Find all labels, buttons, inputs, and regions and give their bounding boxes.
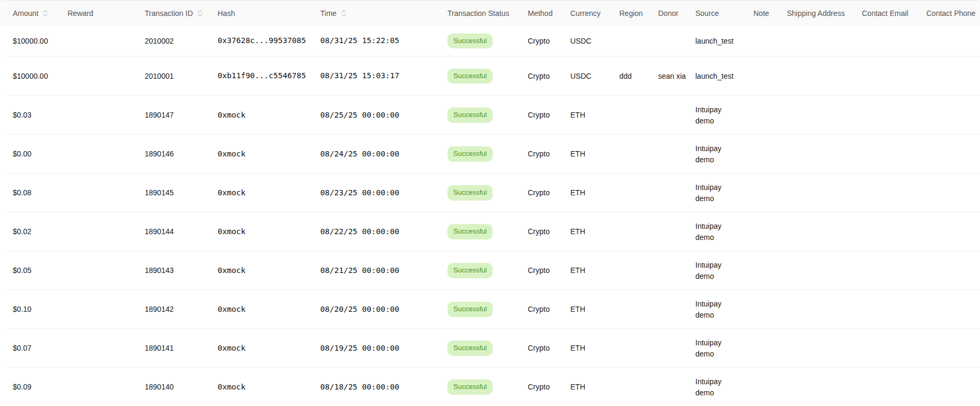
status-badge: Successful — [447, 146, 493, 162]
cell-transaction-id: 1890146 — [145, 148, 218, 159]
column-header-donor: Donor — [658, 1, 695, 26]
cell-transaction-id: 2010001 — [145, 71, 218, 81]
column-header-label: Contact Phone — [926, 9, 976, 18]
sort-icon — [43, 9, 48, 18]
table-row: $0.0918901400xmock08/18/25 00:00:00Succe… — [0, 368, 980, 406]
status-badge: Successful — [447, 224, 493, 239]
cell-currency: ETH — [570, 265, 619, 276]
status-badge: Successful — [447, 379, 493, 395]
cell-transaction-status: Successful — [447, 379, 528, 395]
cell-amount: $0.09 — [0, 382, 68, 392]
table-row: $0.1018901420xmock08/20/25 00:00:00Succe… — [0, 290, 980, 329]
cell-source: Intuipay demo — [695, 376, 753, 398]
cell-amount: $0.02 — [0, 226, 68, 237]
column-header-label: Amount — [13, 9, 38, 18]
cell-source: Intuipay demo — [695, 337, 753, 359]
column-header-reward: Reward — [68, 1, 145, 26]
cell-source: Intuipay demo — [695, 299, 753, 320]
cell-hash: 0xmock — [218, 265, 320, 276]
column-header-label: Source — [695, 9, 719, 18]
cell-method: Crypto — [528, 226, 570, 237]
cell-source: Intuipay demo — [695, 182, 753, 204]
cell-amount: $10000.00 — [0, 36, 68, 46]
cell-method: Crypto — [528, 265, 570, 276]
cell-method: Crypto — [528, 71, 570, 81]
column-header-label: Reward — [68, 9, 93, 18]
cell-transaction-id: 1890141 — [145, 343, 218, 353]
cell-currency: USDC — [570, 71, 619, 81]
status-badge: Successful — [447, 263, 493, 278]
table-row: $10000.0020100020x37628c...9953708508/31… — [0, 26, 980, 56]
cell-time: 08/23/25 00:00:00 — [320, 187, 447, 198]
cell-region: ddd — [619, 71, 658, 81]
cell-transaction-status: Successful — [447, 341, 528, 356]
column-header-label: Hash — [218, 9, 235, 18]
column-header-amount[interactable]: Amount — [0, 1, 68, 26]
column-header-label: Transaction Status — [447, 9, 509, 18]
cell-time: 08/25/25 00:00:00 — [320, 110, 447, 121]
sort-icon — [197, 9, 203, 18]
cell-donor: sean xia — [658, 71, 695, 81]
cell-currency: USDC — [570, 36, 619, 46]
cell-transaction-status: Successful — [447, 34, 528, 49]
cell-method: Crypto — [528, 36, 570, 46]
cell-currency: ETH — [570, 148, 619, 159]
column-header-region: Region — [619, 1, 658, 26]
table-row: $0.0218901440xmock08/22/25 00:00:00Succe… — [0, 212, 980, 251]
cell-source: launch_test — [695, 71, 753, 81]
column-header-label: Donor — [658, 9, 678, 18]
cell-amount: $0.10 — [0, 304, 68, 314]
cell-hash: 0xmock — [218, 110, 320, 121]
cell-amount: $10000.00 — [0, 71, 68, 81]
cell-time: 08/21/25 00:00:00 — [320, 265, 447, 276]
cell-hash: 0x37628c...99537085 — [218, 35, 320, 46]
cell-transaction-status: Successful — [447, 107, 528, 123]
transactions-table: Amount Reward Transaction ID Hash Time T… — [0, 0, 980, 406]
cell-transaction-status: Successful — [447, 146, 528, 162]
column-header-transaction-status: Transaction Status — [447, 1, 528, 26]
cell-method: Crypto — [528, 343, 570, 353]
cell-source: launch_test — [695, 36, 753, 46]
status-badge: Successful — [447, 302, 493, 317]
table-body: $10000.0020100020x37628c...9953708508/31… — [0, 26, 980, 406]
cell-amount: $0.05 — [0, 265, 68, 276]
cell-currency: ETH — [570, 110, 619, 120]
cell-transaction-status: Successful — [447, 69, 528, 84]
table-row: $10000.0020100010xb11f90...c554678508/31… — [0, 56, 980, 96]
column-header-hash: Hash — [218, 1, 320, 26]
column-header-label: Time — [320, 9, 337, 18]
column-header-label: Note — [753, 9, 769, 18]
cell-source: Intuipay demo — [695, 221, 753, 243]
cell-transaction-status: Successful — [447, 302, 528, 317]
cell-transaction-id: 1890144 — [145, 226, 218, 237]
cell-amount: $0.07 — [0, 343, 68, 353]
cell-method: Crypto — [528, 148, 570, 159]
column-header-transaction-id[interactable]: Transaction ID — [145, 1, 218, 26]
cell-transaction-id: 1890147 — [145, 110, 218, 120]
cell-time: 08/19/25 00:00:00 — [320, 343, 447, 354]
column-header-label: Currency — [570, 9, 601, 18]
status-badge: Successful — [447, 185, 493, 201]
sort-icon — [341, 9, 346, 18]
cell-hash: 0xmock — [218, 226, 320, 237]
table-row: $0.0718901410xmock08/19/25 00:00:00Succe… — [0, 329, 980, 368]
column-header-time[interactable]: Time — [320, 1, 447, 26]
cell-transaction-status: Successful — [447, 224, 528, 239]
cell-currency: ETH — [570, 382, 619, 392]
cell-method: Crypto — [528, 304, 570, 314]
status-badge: Successful — [447, 69, 493, 84]
cell-currency: ETH — [570, 343, 619, 353]
table-header-row: Amount Reward Transaction ID Hash Time T… — [0, 0, 980, 26]
column-header-contact-email: Contact Email — [862, 1, 926, 26]
column-header-shipping-address: Shipping Address — [787, 1, 862, 26]
cell-method: Crypto — [528, 110, 570, 120]
column-header-contact-phone: Contact Phone — [926, 1, 980, 26]
cell-transaction-status: Successful — [447, 185, 528, 201]
cell-time: 08/31/25 15:22:05 — [320, 35, 447, 46]
column-header-note: Note — [753, 1, 787, 26]
cell-hash: 0xb11f90...c5546785 — [218, 70, 320, 81]
column-header-label: Transaction ID — [145, 9, 193, 18]
cell-method: Crypto — [528, 382, 570, 392]
cell-transaction-id: 1890140 — [145, 382, 218, 392]
table-row: $0.0518901430xmock08/21/25 00:00:00Succe… — [0, 251, 980, 290]
